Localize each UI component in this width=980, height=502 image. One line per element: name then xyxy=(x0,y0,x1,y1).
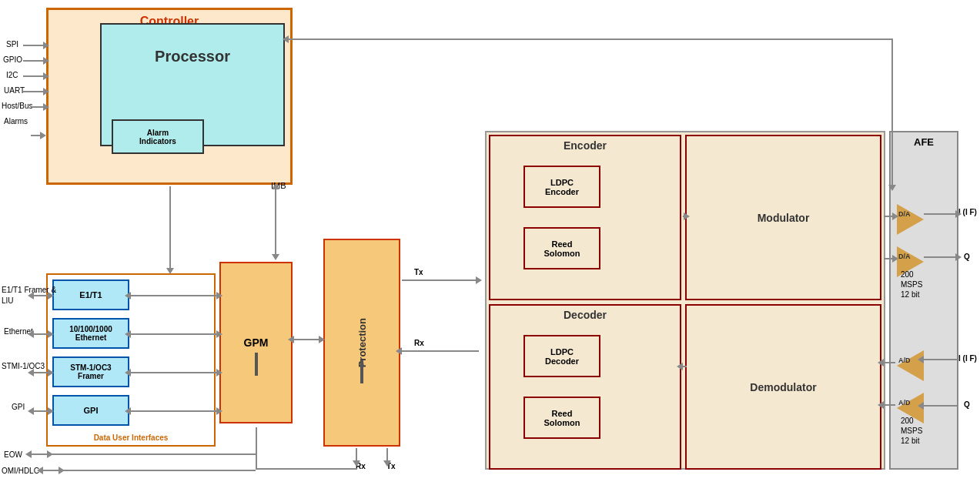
msps-bot-label: 200 MSPS 12 bit xyxy=(901,416,922,446)
stmi-label: STMI-1/OC3 xyxy=(2,362,45,370)
e1t1-block: E1/T1 xyxy=(52,279,129,310)
ldpc-decoder-label: LDPC Decoder xyxy=(545,347,579,366)
gpi-label: GPI xyxy=(84,406,99,415)
demodulator-box: Demodulator xyxy=(685,304,881,470)
reed-decoder-label: Reed Solomon xyxy=(544,409,580,427)
protection-box: Protection xyxy=(323,239,400,447)
hostbus-label: Host/Bus xyxy=(2,102,33,110)
stm-block: STM-1/OC3 Framer xyxy=(52,356,129,387)
reed-encoder-box: Reed Solomon xyxy=(523,227,600,269)
uart-label: UART xyxy=(4,86,25,95)
ad1-label: A/D xyxy=(898,356,911,364)
spi-label: SPI xyxy=(6,40,18,49)
tx-label: Tx xyxy=(414,268,423,276)
modulator-label: Modulator xyxy=(758,212,810,224)
ad2-label: A/D xyxy=(898,399,911,407)
eow-label: EOW xyxy=(4,450,22,459)
processor-label: Processor xyxy=(102,48,283,65)
i2c-label: I2C xyxy=(6,71,18,79)
reed-encoder-label: Reed Solomon xyxy=(544,239,580,258)
gpm-label: GPM xyxy=(244,336,269,349)
q-bot-label: Q xyxy=(964,400,970,409)
afe-label: AFE xyxy=(891,136,957,148)
alarms-label: Alarms xyxy=(4,117,28,126)
ldpc-decoder-box: LDPC Decoder xyxy=(523,335,600,377)
data-interfaces-label: Data User Interfaces xyxy=(48,433,214,442)
modulator-box: Modulator xyxy=(685,135,881,300)
reed-decoder-box: Reed Solomon xyxy=(523,397,600,439)
i-if-bot-label: I (I F) xyxy=(958,354,977,363)
da2-label: D/A xyxy=(898,253,911,260)
omi-label: OMI/HDLC xyxy=(2,467,39,475)
e1t1-label: E1/T1 xyxy=(79,290,102,300)
gpi-ext-label: GPI xyxy=(12,403,25,411)
gpi-block: GPI xyxy=(52,395,129,426)
encoder-box: Encoder xyxy=(489,135,681,300)
gpm-box: GPM xyxy=(219,262,293,423)
da1-label: D/A xyxy=(898,210,911,218)
rx-label: Rx xyxy=(414,339,424,347)
msps-top-label: 200 MSPS 12 bit xyxy=(901,269,922,300)
decoder-label: Decoder xyxy=(490,309,680,321)
ethernet-inner-label: 10/100/1000 Ethernet xyxy=(69,325,112,342)
alarm-label: Alarm Indicators xyxy=(139,129,176,146)
encoder-label: Encoder xyxy=(490,139,680,152)
ldpc-encoder-label: LDPC Encoder xyxy=(545,178,579,196)
diagram: Controller Processor Alarm Indicators SP… xyxy=(0,0,980,502)
ldpc-encoder-box: LDPC Encoder xyxy=(523,166,600,208)
stm-label: STM-1/OC3 Framer xyxy=(70,363,111,380)
alarm-box: Alarm Indicators xyxy=(112,119,204,154)
ethernet-block: 10/100/1000 Ethernet xyxy=(52,318,129,349)
q-top-label: Q xyxy=(964,253,970,261)
decoder-box: Decoder xyxy=(489,304,681,470)
demodulator-label: Demodulator xyxy=(750,381,816,393)
gpio-label: GPIO xyxy=(3,55,22,64)
